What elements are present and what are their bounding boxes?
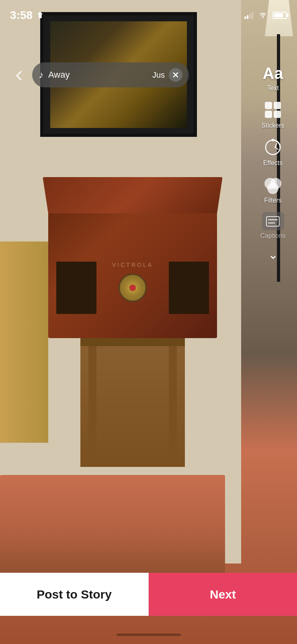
music-right-text: Jus: [152, 70, 165, 80]
stand-leg-right: [169, 346, 177, 459]
svg-rect-11: [266, 217, 279, 226]
chevron-down-icon: ⌄: [268, 248, 278, 262]
svg-rect-3: [274, 102, 281, 109]
battery-icon: [272, 12, 287, 19]
stickers-tool-label: Stickers: [262, 122, 285, 129]
signal-bar-2: [247, 15, 248, 19]
victrola-lid: [43, 177, 223, 213]
effects-tool[interactable]: Effects: [263, 137, 283, 167]
captions-tool[interactable]: Captions: [260, 212, 285, 239]
wifi-icon: [258, 10, 268, 20]
back-button[interactable]: [8, 64, 30, 87]
stand-top: [80, 338, 185, 346]
stickers-icon: [263, 100, 283, 120]
victrola-dial: [119, 274, 147, 302]
filters-tool-label: Filters: [264, 197, 282, 204]
bottom-actions: Post to Story Next: [0, 573, 297, 616]
music-song-name: Away: [48, 70, 147, 80]
victrola-speaker-left: [56, 262, 96, 314]
sofa: [0, 475, 225, 576]
location-icon: [36, 11, 45, 20]
captions-tool-label: Captions: [260, 232, 285, 239]
svg-rect-4: [265, 111, 272, 118]
right-toolbar: Aa Text Stickers Effects Filters: [253, 64, 293, 262]
signal-icon: [244, 12, 253, 19]
stand-legs: [80, 346, 185, 459]
music-pill-right: Jus: [152, 68, 182, 82]
more-tools-button[interactable]: ⌄: [268, 248, 278, 262]
status-bar: 3:58: [0, 0, 297, 24]
record-stand: [80, 338, 185, 467]
text-tool-icon: Aa: [262, 64, 283, 83]
music-close-button[interactable]: [169, 68, 182, 82]
next-button[interactable]: Next: [149, 573, 297, 616]
captions-icon: [262, 212, 284, 230]
time-display: 3:58: [10, 9, 33, 22]
victrola-brand-label: VICTROLA: [112, 262, 153, 268]
effects-icon: [263, 137, 283, 157]
post-to-story-button[interactable]: Post to Story: [0, 573, 149, 616]
signal-bar-1: [244, 17, 246, 19]
svg-rect-5: [274, 111, 281, 118]
status-time-group: 3:58: [10, 9, 45, 22]
filters-icon: [263, 175, 283, 195]
victrola-speaker-right: [169, 262, 209, 314]
filters-tool[interactable]: Filters: [263, 175, 283, 204]
svg-point-10: [267, 183, 279, 194]
victrola-dial-center: [129, 285, 136, 291]
svg-point-7: [272, 139, 274, 141]
status-icons-group: [244, 10, 287, 20]
victrola-record-player: VICTROLA: [48, 209, 217, 338]
signal-bar-3: [249, 14, 251, 19]
effects-tool-label: Effects: [263, 159, 283, 167]
svg-rect-2: [265, 102, 272, 109]
music-pill[interactable]: ♪ Away Jus: [32, 62, 189, 87]
stand-leg-left: [88, 346, 96, 459]
home-indicator: [117, 634, 181, 636]
text-tool-label: Text: [267, 85, 279, 92]
stickers-tool[interactable]: Stickers: [262, 100, 285, 129]
text-tool[interactable]: Aa Text: [262, 64, 283, 92]
music-note-icon: ♪: [39, 69, 43, 80]
chair: [0, 242, 48, 443]
battery-fill: [274, 13, 283, 17]
signal-bar-4: [252, 12, 253, 19]
